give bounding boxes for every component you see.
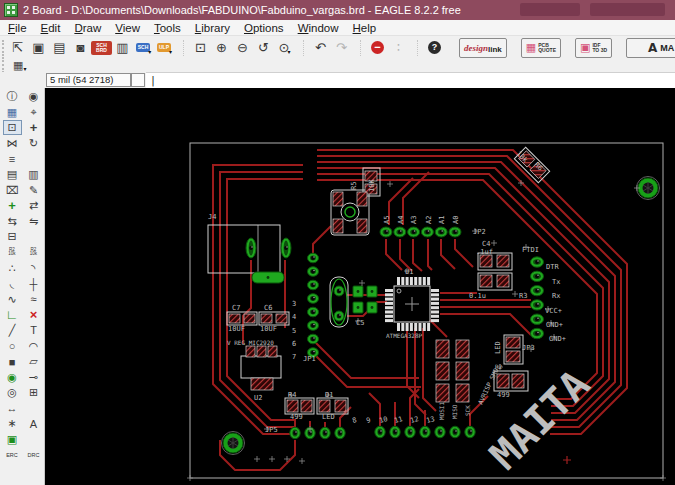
undo-button[interactable]: ↶ [310, 38, 331, 57]
menu-item-options[interactable]: Options [244, 22, 284, 34]
tool-circle-button[interactable]: ○ [3, 339, 22, 354]
tool-lock-button[interactable]: ⊟ [3, 229, 22, 244]
tool-gateswap-button[interactable]: ⇋ [24, 214, 43, 229]
save-button[interactable]: ▣ [28, 38, 49, 57]
tool-drc-button[interactable]: ▣ [3, 432, 22, 447]
tool-move-button[interactable]: + [24, 120, 43, 135]
tool-attribute-button[interactable]: ⊞ [24, 385, 43, 400]
tool-name-button[interactable]: ≡ [3, 151, 22, 166]
tool-display-layers-icon: ▦ [7, 106, 17, 119]
tool-ripup-button[interactable]: × [24, 307, 43, 322]
tool-display-layers-button[interactable]: ▦ [3, 105, 22, 120]
tool-meander-button[interactable]: ∿ [3, 292, 22, 307]
go-button[interactable]: ∶ [388, 38, 409, 57]
tool-rect-button[interactable]: ■ [3, 354, 22, 369]
origin-cross [187, 475, 193, 481]
pcb-label: 10 [378, 415, 388, 425]
tool-split-button[interactable]: ∴ [3, 261, 22, 276]
stop-button[interactable]: − [367, 38, 388, 57]
app-icon [4, 3, 18, 17]
menu-item-view[interactable]: View [115, 22, 140, 34]
menu-item-tools[interactable]: Tools [154, 22, 181, 34]
grid-button[interactable]: ▦▾ [13, 59, 26, 72]
pcb-label: MOSI1 [438, 402, 445, 420]
pcb-label: .1uf [476, 248, 493, 256]
tool-hole-button[interactable]: ◎ [3, 385, 22, 400]
chip-pin [401, 277, 404, 285]
copper-trace [415, 328, 426, 415]
tool-copy-button[interactable]: ▤ [3, 167, 22, 182]
tool-show-icon: ◉ [29, 90, 39, 103]
tool-wire-button[interactable]: ╱ [3, 323, 22, 338]
tool-pinswap-button[interactable]: ⇆ [3, 214, 22, 229]
menu-item-draw[interactable]: Draw [74, 22, 101, 34]
menu-item-file[interactable]: File [8, 22, 27, 34]
redo-button[interactable]: ↷ [331, 38, 352, 57]
tool-miter-button[interactable]: ◝ [24, 261, 43, 276]
library-button[interactable]: ▥ [112, 38, 133, 57]
schematic-window-button[interactable]: SCH▾ [133, 38, 154, 57]
idf-to-3d-button[interactable]: ▣IDFTO 3D [575, 38, 612, 58]
tool-ratsnest-button[interactable]: ↔ [3, 401, 22, 416]
zoom-out-button[interactable]: ⊖ [232, 38, 253, 57]
th-pad-glint [470, 430, 472, 432]
tool-info-button[interactable]: ⓘ [3, 89, 22, 104]
tool-autoroute-button[interactable]: A [24, 416, 43, 431]
open-button[interactable]: ⇱ [7, 38, 28, 57]
zoom-select-button[interactable]: ⊙▾ [274, 38, 295, 57]
zoom-fit-button[interactable]: ⊡ [190, 38, 211, 57]
menu-item-library[interactable]: Library [195, 22, 230, 34]
tool-smash-button[interactable]: R2 10k [24, 245, 43, 260]
smd-pad [333, 192, 343, 206]
tool-change-button[interactable]: ✎ [24, 183, 43, 198]
run-ulp-button[interactable]: ULP▾ [154, 38, 175, 57]
tool-replace-button[interactable]: ⇄ [24, 198, 43, 213]
tool-rotate-button[interactable]: ↻ [24, 136, 43, 151]
toolbar-drag-handle[interactable] [2, 40, 4, 56]
print-button[interactable]: ▤ [49, 38, 70, 57]
tool-add-button[interactable]: + [3, 198, 22, 213]
tool-delete-button[interactable]: ⌧ [3, 183, 22, 198]
tool-mirror-button[interactable]: ⋈ [3, 136, 22, 151]
tool-miter2-button[interactable]: ◟ [3, 276, 22, 291]
menu-item-window[interactable]: Window [298, 22, 339, 34]
tool-arc-button[interactable]: ◠ [24, 339, 43, 354]
make-button[interactable]: AMA [626, 38, 675, 58]
tool-show-button[interactable]: ◉ [24, 89, 43, 104]
tool-mark-button[interactable]: ⌖ [24, 105, 43, 120]
tool-paste-button[interactable]: ▥ [24, 167, 43, 182]
tool-diffpair-button[interactable]: ≈ [24, 292, 43, 307]
label-drc: DRC [24, 448, 43, 463]
chip-pin [431, 306, 439, 309]
tool-polygon-button[interactable]: ▱ [24, 354, 43, 369]
board-schematic-toggle-button[interactable]: SCH BRD [91, 38, 112, 57]
pcb-quote-button[interactable]: ▦PCBQUOTE [521, 38, 561, 58]
label-erc: ERC [3, 448, 22, 463]
smd-pad [497, 255, 509, 267]
tool-via-button[interactable]: ◉ [3, 370, 22, 385]
design-link-button[interactable]: designlink [459, 38, 507, 58]
pcb-quote-icon: ▦ [526, 41, 536, 54]
image-export-button[interactable]: ◙ [70, 38, 91, 57]
pcb-canvas[interactable]: J4R510KA5A4A3A2A1A0JP2C4.1uf0.1uR3FTDIDT… [45, 88, 675, 485]
th-pad-glint [440, 430, 442, 432]
copper-trace [440, 314, 531, 335]
command-input[interactable]: | [146, 72, 675, 88]
help-button[interactable]: ? [424, 38, 445, 57]
pcb-label: U1 [405, 268, 413, 276]
tool-optimize-button[interactable]: ┼ [24, 276, 43, 291]
zoom-in-button[interactable]: ⊕ [211, 38, 232, 57]
toolbar-drag-handle[interactable] [2, 57, 10, 73]
menu-item-edit[interactable]: Edit [41, 22, 61, 34]
tool-signal-button[interactable]: ⊸ [24, 370, 43, 385]
tool-text-button[interactable]: T [24, 323, 43, 338]
tool-group-button[interactable]: ⊡ [3, 120, 22, 135]
tool-errors-button[interactable]: ∗ [3, 416, 22, 431]
menu-item-help[interactable]: Help [353, 22, 377, 34]
copper-trace [430, 320, 447, 337]
tool-value-button[interactable]: R2 10k [3, 245, 22, 260]
tool-route-icon: ∟ [6, 307, 19, 322]
tool-route-button[interactable]: ∟ [3, 307, 22, 322]
zoom-redraw-button[interactable]: ↺ [253, 38, 274, 57]
zoom-fit-icon: ⊡ [195, 40, 206, 55]
